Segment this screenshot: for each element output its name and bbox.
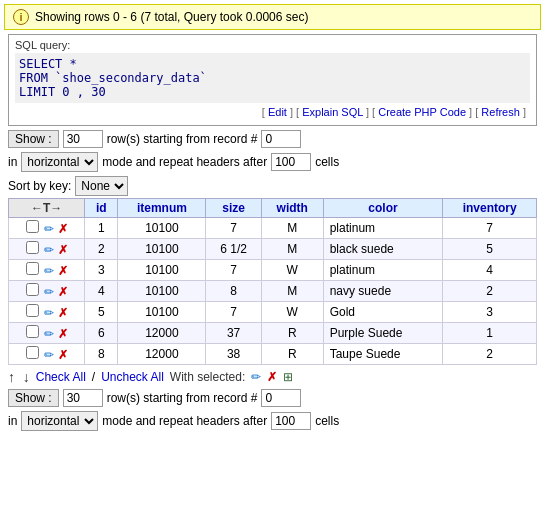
cell-width: M [261, 218, 323, 239]
cell-inventory: 3 [443, 302, 537, 323]
bottom-in-label: in [8, 414, 17, 428]
top-headers-input[interactable] [271, 153, 311, 171]
php-code-link[interactable]: Create PHP Code [378, 106, 466, 118]
sort-label: Sort by key: [8, 179, 71, 193]
sql-box: SQL query: SELECT * FROM `shoe_secondary… [8, 34, 537, 126]
table-row: ✏ ✗ 61200037RPurple Suede1 [9, 323, 537, 344]
cell-color: platinum [323, 218, 443, 239]
cell-inventory: 4 [443, 260, 537, 281]
row-delete-icon[interactable]: ✗ [58, 285, 68, 299]
table-row: ✏ ✗ 3101007Wplatinum4 [9, 260, 537, 281]
refresh-link[interactable]: Refresh [481, 106, 520, 118]
col-itemnum: itemnum [118, 199, 206, 218]
row-checkbox[interactable] [26, 241, 39, 254]
cell-itemnum: 10100 [118, 218, 206, 239]
cell-inventory: 1 [443, 323, 537, 344]
col-inventory: inventory [443, 199, 537, 218]
slash: / [92, 370, 95, 384]
cell-size: 7 [206, 302, 261, 323]
cell-inventory: 7 [443, 218, 537, 239]
row-delete-icon[interactable]: ✗ [58, 327, 68, 341]
table-row: ✏ ✗ 5101007WGold3 [9, 302, 537, 323]
nav-arrows: ↑ ↓ [8, 369, 30, 385]
explain-link[interactable]: Explain SQL [302, 106, 363, 118]
cell-itemnum: 10100 [118, 281, 206, 302]
row-checkbox[interactable] [26, 220, 39, 233]
info-bar: i Showing rows 0 - 6 (7 total, Query too… [4, 4, 541, 30]
row-edit-icon[interactable]: ✏ [44, 306, 54, 320]
bottom-rows-input[interactable] [63, 389, 103, 407]
edit-link[interactable]: Edit [268, 106, 287, 118]
cell-width: M [261, 239, 323, 260]
cell-inventory: 2 [443, 281, 537, 302]
row-delete-icon[interactable]: ✗ [58, 348, 68, 362]
row-checkbox[interactable] [26, 262, 39, 275]
row-delete-icon[interactable]: ✗ [58, 243, 68, 257]
cell-width: M [261, 281, 323, 302]
top-record-input[interactable] [261, 130, 301, 148]
row-edit-icon[interactable]: ✏ [44, 285, 54, 299]
cell-color: Taupe Suede [323, 344, 443, 365]
cell-itemnum: 12000 [118, 323, 206, 344]
cell-id: 1 [85, 218, 118, 239]
table-row: ✏ ✗ 81200038RTaupe Suede2 [9, 344, 537, 365]
row-edit-icon[interactable]: ✏ [44, 327, 54, 341]
bottom-mode-select[interactable]: horizontal vertical [21, 411, 98, 431]
cell-id: 4 [85, 281, 118, 302]
col-width: width [261, 199, 323, 218]
bulk-delete-icon[interactable]: ✗ [267, 370, 277, 384]
cell-size: 6 1/2 [206, 239, 261, 260]
info-text: Showing rows 0 - 6 (7 total, Query took … [35, 10, 308, 24]
table-row: ✏ ✗ 4101008Mnavy suede2 [9, 281, 537, 302]
top-controls: Show : row(s) starting from record # [8, 130, 537, 148]
cell-itemnum: 10100 [118, 239, 206, 260]
bottom-rows-label: row(s) starting from record # [107, 391, 258, 405]
bulk-export-icon[interactable]: ⊞ [283, 370, 293, 384]
uncheck-all-link[interactable]: Uncheck All [101, 370, 164, 384]
sql-actions: [ Edit ] [ Explain SQL ] [ Create PHP Co… [15, 103, 530, 121]
top-in-label: in [8, 155, 17, 169]
row-edit-icon[interactable]: ✏ [44, 222, 54, 236]
top-mode-label: mode and repeat headers after [102, 155, 267, 169]
col-color: color [323, 199, 443, 218]
check-all-link[interactable]: Check All [36, 370, 86, 384]
col-size: size [206, 199, 261, 218]
row-delete-icon[interactable]: ✗ [58, 264, 68, 278]
bulk-edit-icon[interactable]: ✏ [251, 370, 261, 384]
row-edit-icon[interactable]: ✏ [44, 264, 54, 278]
cell-width: R [261, 344, 323, 365]
cell-color: Gold [323, 302, 443, 323]
table-row: ✏ ✗ 1101007Mplatinum7 [9, 218, 537, 239]
row-checkbox[interactable] [26, 325, 39, 338]
row-checkbox[interactable] [26, 346, 39, 359]
data-table: ←T→ id itemnum size width color inventor… [8, 198, 537, 365]
cell-width: W [261, 302, 323, 323]
bottom-show-button[interactable]: Show : [8, 389, 59, 407]
top-show-button[interactable]: Show : [8, 130, 59, 148]
cell-itemnum: 10100 [118, 302, 206, 323]
cell-itemnum: 12000 [118, 344, 206, 365]
row-edit-icon[interactable]: ✏ [44, 348, 54, 362]
top-mode-select[interactable]: horizontal vertical [21, 152, 98, 172]
with-selected-label: With selected: [170, 370, 245, 384]
cell-width: R [261, 323, 323, 344]
cell-id: 6 [85, 323, 118, 344]
top-cells-label: cells [315, 155, 339, 169]
sort-row: Sort by key: None [8, 176, 537, 196]
cell-width: W [261, 260, 323, 281]
bottom-mode-label: mode and repeat headers after [102, 414, 267, 428]
bottom-headers-input[interactable] [271, 412, 311, 430]
cell-id: 2 [85, 239, 118, 260]
cell-id: 5 [85, 302, 118, 323]
row-checkbox[interactable] [26, 304, 39, 317]
top-rows-input[interactable] [63, 130, 103, 148]
row-checkbox[interactable] [26, 283, 39, 296]
row-edit-icon[interactable]: ✏ [44, 243, 54, 257]
row-delete-icon[interactable]: ✗ [58, 306, 68, 320]
bottom-record-input[interactable] [261, 389, 301, 407]
sort-select[interactable]: None [75, 176, 128, 196]
table-row: ✏ ✗ 2101006 1/2Mblack suede5 [9, 239, 537, 260]
sql-box-title: SQL query: [15, 39, 530, 51]
cell-id: 3 [85, 260, 118, 281]
row-delete-icon[interactable]: ✗ [58, 222, 68, 236]
